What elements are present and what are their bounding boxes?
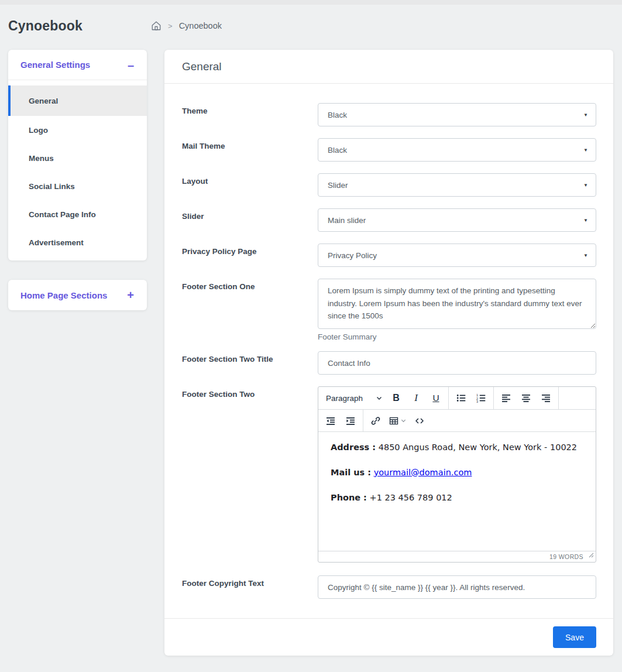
address-text: 4850 Angus Road, New York, New York - 10… xyxy=(376,443,577,452)
minus-icon[interactable]: – xyxy=(128,59,134,71)
plus-icon[interactable]: + xyxy=(127,289,134,301)
sidebar: General Settings – General Logo Menus So… xyxy=(8,50,147,310)
footer-section-two-title-label: Footer Section Two Title xyxy=(182,351,318,375)
slider-row: Slider Main slider ▼ xyxy=(182,208,596,232)
page-header: Cynoebook > Cynoebook xyxy=(8,14,614,37)
layout-select-value: Slider xyxy=(328,181,348,190)
layout-label: Layout xyxy=(182,173,318,197)
table-button[interactable] xyxy=(386,412,410,430)
align-left-icon xyxy=(501,393,511,403)
theme-select-value: Black xyxy=(328,111,347,119)
dropdown-arrow-icon: ▼ xyxy=(583,253,588,258)
svg-text:3: 3 xyxy=(476,400,478,403)
slider-select-value: Main slider xyxy=(328,216,366,225)
numbered-list-button[interactable]: 123 xyxy=(471,389,491,407)
source-code-button[interactable] xyxy=(410,412,429,430)
phone-line: Phone : +1 23 456 789 012 xyxy=(331,492,583,505)
home-page-sections-group-label: Home Page Sections xyxy=(20,290,107,300)
align-left-button[interactable] xyxy=(496,389,516,407)
link-button[interactable] xyxy=(366,412,386,430)
privacy-policy-row: Privacy Policy Page Privacy Policy ▼ xyxy=(182,244,596,267)
outdent-button[interactable] xyxy=(321,412,341,430)
format-group: Paragraph B I U xyxy=(318,387,449,409)
footer-section-two-title-input[interactable] xyxy=(318,351,596,375)
footer-copyright-label: Footer Copyright Text xyxy=(182,575,318,599)
mail-line: Mail us : yourmail@domain.com xyxy=(331,467,583,479)
table-icon xyxy=(389,416,399,426)
footer-section-two-title-row: Footer Section Two Title xyxy=(182,351,596,375)
mail-theme-row: Mail Theme Black ▼ xyxy=(182,138,596,162)
underline-button[interactable]: U xyxy=(426,389,446,407)
align-right-button[interactable] xyxy=(536,389,556,407)
footer-copyright-row: Footer Copyright Text xyxy=(182,575,596,599)
breadcrumb-current-page: Cynoebook xyxy=(179,21,222,30)
theme-label: Theme xyxy=(182,103,318,126)
breadcrumb: > Cynoebook xyxy=(151,20,222,31)
footer-section-two-label: Footer Section Two xyxy=(182,386,318,563)
editor-toolbar-row-2 xyxy=(318,410,596,432)
sidebar-item-menus[interactable]: Menus xyxy=(8,144,147,172)
footer-section-two-row: Footer Section Two Paragraph B I U xyxy=(182,386,596,563)
layout-row: Layout Slider ▼ xyxy=(182,173,596,197)
dropdown-arrow-icon: ▼ xyxy=(583,148,588,153)
dropdown-arrow-icon: ▼ xyxy=(583,112,588,118)
paragraph-format-label: Paragraph xyxy=(326,394,363,403)
indent-icon xyxy=(345,416,356,426)
address-label: Address : xyxy=(331,443,376,452)
privacy-policy-select[interactable]: Privacy Policy ▼ xyxy=(318,244,596,267)
editor-status-bar: 19 WORDS xyxy=(318,551,596,562)
slider-label: Slider xyxy=(182,208,318,232)
phone-label: Phone : xyxy=(331,493,367,502)
toolbar-spacer xyxy=(559,387,596,409)
bold-button[interactable]: B xyxy=(386,389,406,407)
footer-section-one-textarea[interactable]: Lorem Ipsum is simply dummy text of the … xyxy=(318,279,596,329)
layout-select[interactable]: Slider ▼ xyxy=(318,173,596,197)
bullet-list-button[interactable] xyxy=(451,389,471,407)
word-count: 19 WORDS xyxy=(549,553,583,560)
mail-link[interactable]: yourmail@domain.com xyxy=(374,468,472,477)
mail-theme-label: Mail Theme xyxy=(182,138,318,162)
footer-section-one-row: Footer Section One Lorem Ipsum is simply… xyxy=(182,279,596,340)
home-icon[interactable] xyxy=(151,20,161,31)
sidebar-item-contact-page-info[interactable]: Contact Page Info xyxy=(8,200,147,228)
general-settings-items: General Logo Menus Social Links Contact … xyxy=(8,80,147,262)
footer-copyright-input[interactable] xyxy=(318,575,596,599)
settings-form: Theme Black ▼ Mail Theme Black ▼ Layout xyxy=(164,84,613,618)
sidebar-item-logo[interactable]: Logo xyxy=(8,116,147,144)
indent-group xyxy=(318,410,363,431)
theme-row: Theme Black ▼ xyxy=(182,103,596,126)
align-center-icon xyxy=(521,393,531,403)
general-settings-group-header[interactable]: General Settings – xyxy=(8,50,147,80)
chevron-right-icon: > xyxy=(168,22,173,30)
indent-button[interactable] xyxy=(341,412,360,430)
slider-select[interactable]: Main slider ▼ xyxy=(318,208,596,232)
bullet-list-icon xyxy=(456,393,466,403)
align-center-button[interactable] xyxy=(516,389,536,407)
chevron-down-icon xyxy=(376,395,383,402)
home-page-sections-group-header[interactable]: Home Page Sections + xyxy=(8,280,147,310)
numbered-list-icon: 123 xyxy=(476,393,486,403)
footer-section-one-label: Footer Section One xyxy=(182,279,318,340)
mail-label: Mail us : xyxy=(331,468,371,477)
panel-header: General xyxy=(164,50,613,84)
rich-text-editor: Paragraph B I U 123 xyxy=(318,386,596,563)
outdent-icon xyxy=(325,416,336,426)
privacy-policy-select-value: Privacy Policy xyxy=(328,251,377,260)
general-settings-panel: General Theme Black ▼ Mail Theme Black ▼… xyxy=(164,50,613,656)
sidebar-item-advertisement[interactable]: Advertisement xyxy=(8,228,147,256)
top-strip xyxy=(0,0,622,5)
insert-group xyxy=(363,410,432,431)
save-button[interactable]: Save xyxy=(553,626,596,648)
dropdown-arrow-icon: ▼ xyxy=(583,183,588,188)
home-page-sections-card: Home Page Sections + xyxy=(8,280,147,310)
editor-content[interactable]: Address : 4850 Angus Road, New York, New… xyxy=(318,432,596,551)
sidebar-item-general[interactable]: General xyxy=(8,85,147,116)
paragraph-format-select[interactable]: Paragraph xyxy=(321,389,386,407)
resize-handle-icon[interactable] xyxy=(589,550,594,560)
theme-select[interactable]: Black ▼ xyxy=(318,103,596,126)
list-group: 123 xyxy=(449,387,494,409)
mail-theme-select[interactable]: Black ▼ xyxy=(318,138,596,162)
italic-button[interactable]: I xyxy=(406,389,426,407)
sidebar-item-social-links[interactable]: Social Links xyxy=(8,172,147,200)
align-right-icon xyxy=(541,393,551,403)
